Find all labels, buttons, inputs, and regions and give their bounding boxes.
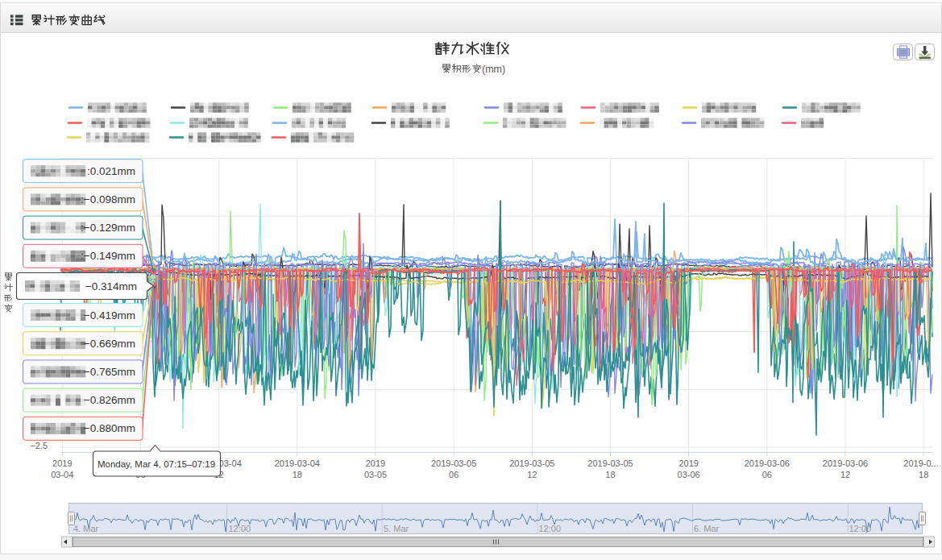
svg-text:18: 18 xyxy=(605,470,615,479)
svg-text:−0.826mm: −0.826mm xyxy=(84,394,135,406)
svg-text:12:00: 12:00 xyxy=(849,524,872,533)
svg-text:2019-03-05: 2019-03-05 xyxy=(587,458,633,468)
svg-text:2019: 2019 xyxy=(366,458,385,468)
svg-text::−0.149mm: :−0.149mm xyxy=(81,250,135,262)
svg-text:06: 06 xyxy=(449,470,459,479)
svg-text:12:00: 12:00 xyxy=(539,524,562,533)
svg-text:2019: 2019 xyxy=(52,458,72,468)
svg-text:03-06: 03-06 xyxy=(678,470,700,479)
svg-text:18: 18 xyxy=(919,470,928,479)
svg-text:2019: 2019 xyxy=(678,458,698,468)
svg-text:2019-03-05: 2019-03-05 xyxy=(431,458,476,468)
svg-text:12: 12 xyxy=(527,470,537,479)
svg-text:4. Mar: 4. Mar xyxy=(73,524,99,533)
svg-text:18: 18 xyxy=(293,470,302,479)
svg-text:−0.314mm: −0.314mm xyxy=(85,280,137,292)
svg-text:06: 06 xyxy=(762,470,772,479)
svg-text:03-05: 03-05 xyxy=(364,470,387,479)
svg-text:2019-03-05: 2019-03-05 xyxy=(509,458,554,468)
svg-text:Monday, Mar 4, 07:15–07:19: Monday, Mar 4, 07:15–07:19 xyxy=(98,459,215,469)
svg-text::−0.098mm: :−0.098mm xyxy=(81,193,135,205)
svg-text:2019-03-06: 2019-03-06 xyxy=(745,458,790,468)
svg-text:−2.5: −2.5 xyxy=(30,441,48,450)
svg-text:−0.669mm: −0.669mm xyxy=(84,338,135,350)
svg-text:2019-03-04: 2019-03-04 xyxy=(275,458,320,468)
svg-text::0.021mm: :0.021mm xyxy=(87,165,135,177)
svg-text:5. Mar: 5. Mar xyxy=(384,524,409,533)
svg-text:−0.880mm: −0.880mm xyxy=(84,422,135,434)
svg-text:12: 12 xyxy=(840,470,850,479)
svg-text:2019-03-06: 2019-03-06 xyxy=(823,458,868,468)
svg-text:6. Mar: 6. Mar xyxy=(694,524,720,533)
svg-text:03-04: 03-04 xyxy=(51,470,73,479)
svg-text:(mm): (mm) xyxy=(482,64,505,75)
svg-text:−0.765mm: −0.765mm xyxy=(84,366,135,378)
svg-text:−0.419mm: −0.419mm xyxy=(84,309,135,321)
svg-text::−0.129mm: :−0.129mm xyxy=(81,222,135,234)
svg-text:2019-0...: 2019-0... xyxy=(903,458,938,468)
svg-text:12:00: 12:00 xyxy=(229,524,251,533)
